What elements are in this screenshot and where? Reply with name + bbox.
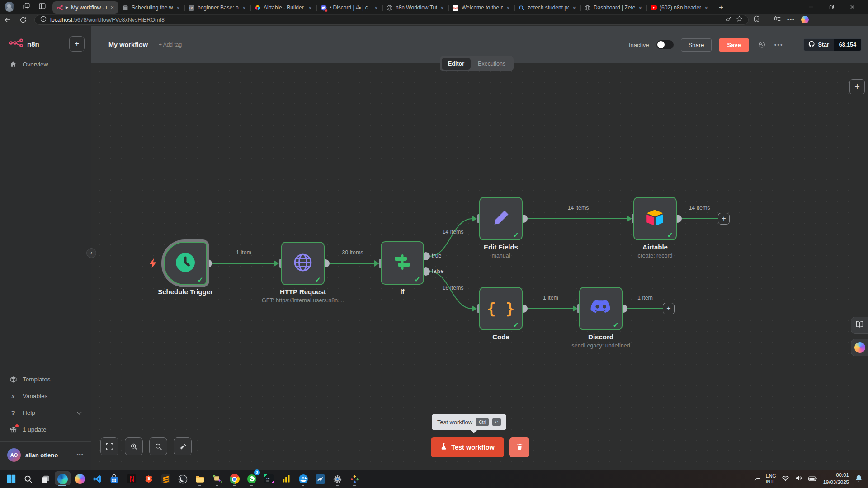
taskbar-sublime-icon[interactable] xyxy=(160,471,171,487)
favorite-star-icon[interactable] xyxy=(736,15,743,24)
favorites-bar-icon[interactable] xyxy=(774,15,781,24)
password-key-icon[interactable] xyxy=(726,15,732,24)
browser-tab[interactable]: Airtable - Builder× xyxy=(250,2,316,14)
browser-tab[interactable]: Dashboard | Zetec× xyxy=(580,2,646,14)
history-icon[interactable] xyxy=(756,41,767,49)
taskbar-settings-icon[interactable] xyxy=(332,471,343,487)
delete-button[interactable] xyxy=(509,437,529,457)
taskbar-vscode-icon[interactable] xyxy=(91,471,103,487)
workflow-canvas[interactable]: + xyxy=(91,63,868,470)
tab-editor[interactable]: Editor xyxy=(442,58,471,70)
add-workflow-button[interactable]: + xyxy=(69,36,85,52)
node-airtable[interactable]: ✓ xyxy=(633,197,677,240)
node-if[interactable]: ✓ xyxy=(381,241,424,285)
add-next-node-button[interactable]: + xyxy=(718,213,730,225)
url-text[interactable]: localhost:5678/workflow/FVe8xNvsHiEROmI8 xyxy=(50,17,722,23)
node-schedule-trigger[interactable]: ✓ xyxy=(164,242,207,285)
node-discord[interactable]: ✓ xyxy=(579,287,623,330)
tab-close-icon[interactable]: × xyxy=(505,5,511,11)
taskbar-search-icon[interactable] xyxy=(23,471,34,487)
tab-close-icon[interactable]: × xyxy=(109,4,115,11)
fit-view-button[interactable] xyxy=(100,437,118,455)
tidy-up-button[interactable] xyxy=(174,437,192,455)
user-menu[interactable]: AO allan otieno ••• xyxy=(0,442,91,470)
taskbar-brave-icon[interactable] xyxy=(143,471,154,487)
github-star-widget[interactable]: Star 68,154 xyxy=(803,38,862,51)
ai-assistant-button[interactable] xyxy=(851,339,868,356)
clock-date[interactable]: 00:0119/03/2025 xyxy=(823,472,849,486)
workspaces-icon[interactable] xyxy=(23,2,30,12)
language-indicator[interactable]: ENGINTL xyxy=(766,473,776,485)
taskbar-obs-icon[interactable] xyxy=(177,471,189,487)
docs-panel-button[interactable] xyxy=(851,317,868,334)
node-http-request[interactable]: ✓ xyxy=(281,242,325,285)
refresh-button[interactable] xyxy=(15,14,31,26)
tray-chevron-up-icon[interactable] xyxy=(754,475,760,483)
sidebar-item-overview[interactable]: Overview xyxy=(0,56,91,73)
taskbar-docker-icon[interactable] xyxy=(297,471,309,487)
address-bar[interactable]: localhost:5678/workflow/FVe8xNvsHiEROmI8 xyxy=(34,15,749,25)
taskbar-whatsapp-icon[interactable]: 3 xyxy=(246,471,257,487)
browser-tab[interactable]: n8n Workflow Tut× xyxy=(382,2,448,14)
taskbar-start-icon[interactable] xyxy=(5,471,17,487)
settings-more-icon[interactable]: ••• xyxy=(787,16,795,23)
tab-close-icon[interactable]: × xyxy=(637,5,643,11)
tab-close-icon[interactable]: × xyxy=(373,5,379,11)
taskbar-netflix-icon[interactable] xyxy=(126,471,137,487)
test-workflow-button[interactable]: Test workflow xyxy=(431,437,504,457)
volume-icon[interactable] xyxy=(795,475,802,483)
taskbar-task-view-icon[interactable] xyxy=(40,471,51,487)
workflow-title[interactable]: My workflow xyxy=(108,41,148,48)
battery-icon[interactable] xyxy=(808,475,817,483)
close-button[interactable] xyxy=(842,0,863,14)
browser-tab[interactable]: zetech student po× xyxy=(514,2,580,14)
wifi-icon[interactable] xyxy=(782,475,789,483)
taskbar-chrome-icon[interactable] xyxy=(229,471,240,487)
taskbar-powerbi-icon[interactable] xyxy=(280,471,292,487)
more-options-icon[interactable]: ••• xyxy=(774,42,783,48)
taskbar-edge-icon[interactable] xyxy=(57,471,68,487)
node-edit-fields[interactable]: ✓ xyxy=(479,197,523,240)
tab-executions[interactable]: Executions xyxy=(472,58,512,70)
restore-button[interactable] xyxy=(821,0,842,14)
new-tab-button[interactable]: + xyxy=(715,2,727,14)
tab-close-icon[interactable]: × xyxy=(571,5,577,11)
back-button[interactable] xyxy=(0,14,15,26)
copilot-icon[interactable] xyxy=(801,16,809,23)
vertical-tabs-icon[interactable] xyxy=(38,2,46,12)
save-button[interactable]: Save xyxy=(719,38,749,52)
add-tag-button[interactable]: + Add tag xyxy=(159,42,182,48)
tab-close-icon[interactable]: × xyxy=(175,5,181,11)
notification-bell-icon[interactable] xyxy=(855,474,863,484)
extensions-icon[interactable] xyxy=(753,15,760,24)
browser-tab[interactable]: Welcome to the n× xyxy=(448,2,514,14)
taskbar-diagrams-icon[interactable] xyxy=(349,471,360,487)
browser-profile-avatar[interactable] xyxy=(5,2,14,12)
browser-tab[interactable]: • Discord | #▪ | c× xyxy=(316,2,382,14)
browser-tab[interactable]: Bebeginner Base: or× xyxy=(184,2,250,14)
taskbar-pycharm-icon[interactable]: PC xyxy=(263,471,274,487)
taskbar-copilot-icon[interactable] xyxy=(74,471,85,487)
zoom-in-button[interactable] xyxy=(125,437,143,455)
sidebar-item-help[interactable]: ? Help xyxy=(0,404,91,421)
taskbar-screen-snip-icon[interactable] xyxy=(212,471,223,487)
site-info-icon[interactable] xyxy=(40,16,47,24)
share-button[interactable]: Share xyxy=(681,38,712,52)
sidebar-item-templates[interactable]: Templates xyxy=(0,371,91,388)
add-next-node-button[interactable]: + xyxy=(663,303,675,314)
zoom-out-button[interactable] xyxy=(149,437,167,455)
taskbar-explorer-icon[interactable] xyxy=(194,471,206,487)
sidebar-item-updates[interactable]: 1 update xyxy=(0,421,91,438)
user-more-icon[interactable]: ••• xyxy=(76,452,84,458)
tab-close-icon[interactable]: × xyxy=(307,5,313,11)
browser-tab[interactable]: ▶My workflow - n× xyxy=(52,1,118,14)
tab-close-icon[interactable]: × xyxy=(439,5,445,11)
taskbar-store-icon[interactable] xyxy=(108,471,120,487)
active-toggle[interactable] xyxy=(656,40,674,49)
tab-close-icon[interactable]: × xyxy=(703,5,709,11)
tab-close-icon[interactable]: × xyxy=(241,5,247,11)
node-code[interactable]: { } ✓ xyxy=(479,287,523,330)
minimize-button[interactable] xyxy=(800,0,821,14)
sidebar-item-variables[interactable]: x Variables xyxy=(0,388,91,404)
browser-tab[interactable]: Scheduling the wo× xyxy=(118,2,184,14)
